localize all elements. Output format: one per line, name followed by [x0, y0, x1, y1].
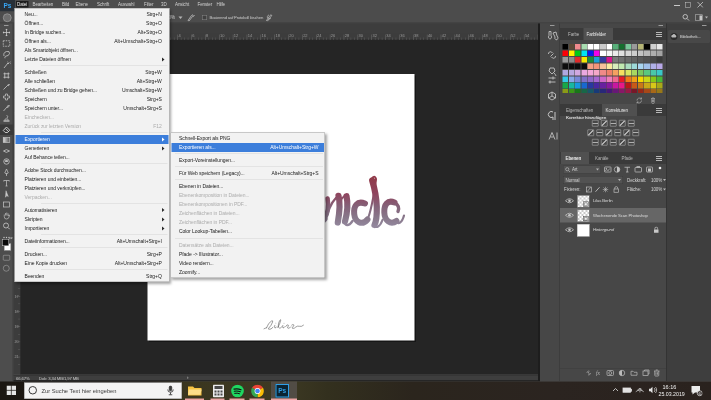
svg-text:32: 32 [372, 33, 377, 38]
svg-text:12: 12 [234, 33, 239, 38]
svg-text:fx: fx [596, 370, 601, 376]
svg-text:40: 40 [428, 33, 433, 38]
svg-text:34: 34 [386, 33, 391, 38]
svg-text:50: 50 [497, 33, 502, 38]
svg-text:26: 26 [331, 33, 336, 38]
svg-text:30: 30 [359, 33, 364, 38]
svg-text:6: 6 [192, 33, 195, 38]
svg-text:38: 38 [414, 33, 419, 38]
svg-text:18: 18 [275, 33, 280, 38]
svg-text:46: 46 [469, 33, 474, 38]
svg-text:24: 24 [317, 33, 322, 38]
svg-text:42: 42 [442, 33, 447, 38]
svg-text:22: 22 [303, 33, 308, 38]
svg-text:54: 54 [525, 33, 530, 38]
svg-text:48: 48 [483, 33, 488, 38]
svg-text:14: 14 [248, 33, 253, 38]
svg-text:36: 36 [400, 33, 405, 38]
svg-text:44: 44 [456, 33, 461, 38]
svg-text:4: 4 [178, 33, 181, 38]
svg-text:20: 20 [289, 33, 294, 38]
svg-text:52: 52 [511, 33, 516, 38]
svg-text:10: 10 [220, 33, 225, 38]
svg-text:16: 16 [262, 33, 267, 38]
svg-text:28: 28 [345, 33, 350, 38]
svg-text:8: 8 [206, 33, 209, 38]
